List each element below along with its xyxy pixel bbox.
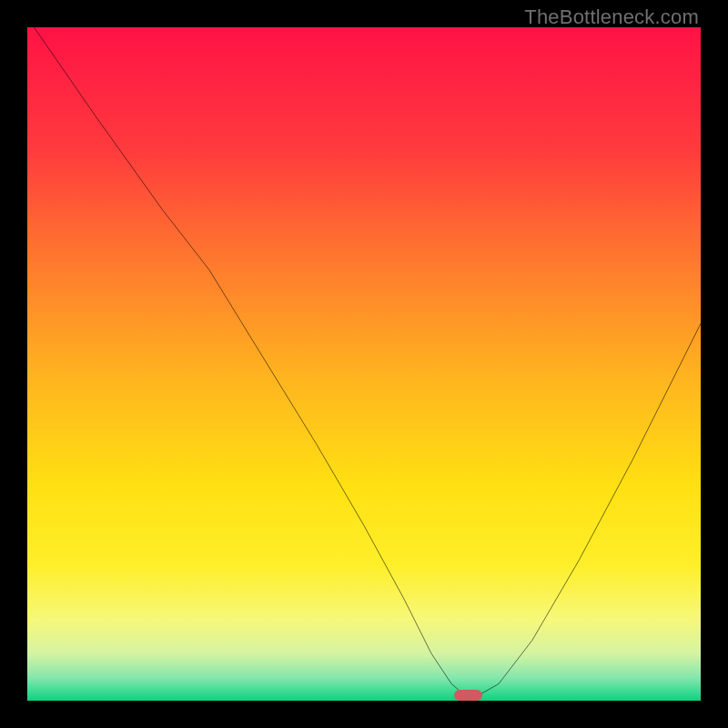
optimal-marker: [454, 690, 482, 701]
bottleneck-curve: [27, 27, 701, 701]
watermark-text: TheBottleneck.com: [524, 5, 699, 29]
plot-area: [27, 27, 701, 701]
chart-frame: TheBottleneck.com: [0, 0, 728, 728]
